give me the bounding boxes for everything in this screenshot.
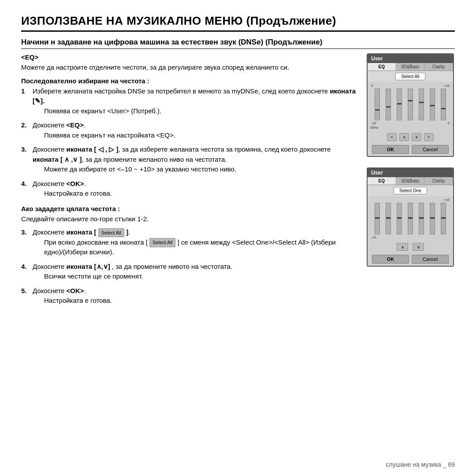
panel2-ok-cancel: OK Cancel [368, 253, 453, 266]
step-4: 4. Докоснете <OK>. Настройката е готова. [21, 179, 358, 201]
panel1-eq-area: 0 +10 [368, 82, 453, 131]
panel1-nav-up[interactable]: ∧ [399, 133, 409, 141]
panel2-select-one-btn[interactable]: Select One [394, 187, 427, 194]
panel1-tab-clarity[interactable]: Clarity [424, 63, 453, 71]
panel2-eq-area: +10 [368, 196, 453, 241]
content-layout: <EQ> Можете да настроите отделните често… [21, 53, 455, 310]
p2-scale-top: +10 [443, 198, 450, 202]
step-p2-5-content: Докоснете <OK>. Настройката е готова. [33, 286, 358, 308]
scale-zero: 0 [448, 121, 450, 125]
steps-part2: 3. Докоснете иконата [ Select All ]. При… [21, 227, 358, 308]
panel1-ok-btn[interactable]: OK [372, 145, 409, 154]
step-1-content: Изберете желаната настройка DNSe за потр… [33, 86, 358, 118]
step-4-content: Докоснете <OK>. Настройката е готова. [33, 179, 358, 201]
all-freq-intro: Следвайте описаните по-горе стъпки 1-2. [21, 214, 358, 224]
p2-scale-bottom: -10 [371, 235, 376, 239]
step-2-content: Докоснете <EQ>. Появява се екранът на на… [33, 120, 358, 142]
select-all-sub-btn: Select All [149, 238, 175, 247]
step-3-content: Докоснете иконата [ ◁ , ▷ ], за да избер… [33, 145, 358, 176]
step-p2-5-text: Докоснете <OK>. [33, 287, 86, 294]
step-p2-3-sub: При всяко докосване на иконата [ Select … [33, 238, 358, 257]
panel2-tab-3dbass[interactable]: 3D&Bass [396, 177, 425, 185]
step-p2-3: 3. Докоснете иконата [ Select All ]. При… [21, 227, 358, 259]
step-1-text: Изберете желаната настройка DNSe за потр… [33, 87, 356, 105]
step-2-text: Докоснете <EQ>. [33, 121, 86, 129]
panel1-tab-eq[interactable]: EQ [368, 63, 396, 71]
panel1-select-all-row: Select All [368, 71, 453, 82]
intro-text: Можете да настроите отделните честоти, з… [21, 63, 358, 73]
step-2-num: 2. [21, 120, 29, 142]
step-p2-4-sub: Всички честоти ще се променят. [33, 271, 358, 282]
select-all-inline-btn: Select All [98, 228, 124, 238]
divider [21, 48, 455, 49]
step-1: 1 Изберете желаната настройка DNSe за по… [21, 86, 358, 118]
scale-top-right: +10 [443, 84, 450, 88]
footer-text: слушане на музика _ 69 [386, 461, 455, 468]
step-p2-3-text: Докоснете иконата [ Select All ]. [33, 228, 130, 236]
panel1-ok-cancel: OK Cancel [368, 143, 453, 156]
step-p2-4-num: 4. [21, 262, 29, 283]
step-p2-5-num: 5. [21, 286, 29, 308]
step-3: 3. Докоснете иконата [ ◁ , ▷ ], за да из… [21, 145, 358, 176]
step-1-num: 1 [21, 86, 29, 118]
step-p2-5-sub: Настройката е готова. [33, 296, 358, 306]
step-p2-4-content: Докоснете иконата [∧,∨] , за да променит… [33, 262, 358, 283]
all-freq-heading: Ако зададете цялата честота : [21, 205, 358, 212]
step-4-text: Докоснете <OK>. [33, 180, 86, 187]
panel1-nav-down[interactable]: ∨ [412, 133, 421, 141]
step-p2-3-content: Докоснете иконата [ Select All ]. При вс… [33, 227, 358, 259]
scale-top: 0 [371, 84, 373, 88]
step-3-text: Докоснете иконата [ ◁ , ▷ ], за да избер… [33, 145, 331, 163]
eq-panel-2: User EQ 3D&Bass Clarity Select One +10 [367, 167, 454, 267]
sub-title: Начини н задаване на цифрова машина за е… [21, 38, 455, 47]
panel2-tab-eq[interactable]: EQ [368, 177, 396, 185]
freq-select-heading: Последователно избиране на честота : [21, 77, 358, 85]
step-3-sub: Можете да избирате от <–10 ~ +10> за ука… [33, 164, 358, 175]
panel2-down-btn[interactable]: ∨ [413, 243, 424, 251]
main-title: ИЗПОЛЗВАНЕ НА МУЗИКАЛНО МЕНЮ (Продължени… [21, 14, 455, 32]
pencil-icon: ✎ [35, 97, 41, 104]
panel2-updown: ∧ ∨ [368, 241, 453, 253]
step-3-num: 3. [21, 145, 29, 176]
steps-part1: 1 Изберете желаната настройка DNSe за по… [21, 86, 358, 201]
step-p2-3-num: 3. [21, 227, 29, 259]
step-2-sub: Появява се екранът на настройката <EQ>. [33, 130, 358, 141]
panel1-tab-3dbass[interactable]: 3D&Bass [396, 63, 425, 71]
step-p2-4: 4. Докоснете иконата [∧,∨] , за да проме… [21, 262, 358, 283]
step-1-sub: Появява се екранът <User> (Потреб.). [33, 106, 358, 116]
right-column: User EQ 3D&Bass Clarity Select All 0 +10 [367, 53, 455, 310]
step-2: 2. Докоснете <EQ>. Появява се екранът на… [21, 120, 358, 142]
panel1-title: User [368, 54, 453, 63]
panel2-title: User [368, 168, 453, 177]
panel1-nav-left[interactable]: < [387, 133, 397, 141]
step-p2-4-text: Докоснете иконата [∧,∨] , за да променит… [33, 263, 232, 270]
eq-panel-1: User EQ 3D&Bass Clarity Select All 0 +10 [367, 53, 454, 157]
left-column: <EQ> Можете да настроите отделните често… [21, 53, 358, 310]
step-4-num: 4. [21, 179, 29, 201]
panel2-tab-clarity[interactable]: Clarity [424, 177, 453, 185]
panel2-ok-btn[interactable]: OK [372, 255, 409, 264]
panel2-tabs: EQ 3D&Bass Clarity [368, 177, 453, 185]
page: ИЗПОЛЗВАНЕ НА МУЗИКАЛНО МЕНЮ (Продължени… [0, 0, 476, 476]
panel1-tabs: EQ 3D&Bass Clarity [368, 63, 453, 71]
panel1-select-all-btn[interactable]: Select All [395, 73, 425, 80]
panel2-up-btn[interactable]: ∧ [397, 243, 408, 251]
panel2-select-row: Select One [368, 185, 453, 196]
scale-bottom: -10 [371, 121, 376, 125]
step-4-sub: Настройката е готова. [33, 189, 358, 199]
panel2-cancel-btn[interactable]: Cancel [412, 255, 449, 264]
panel1-nav: < ∧ ∨ > [368, 131, 453, 143]
eq-label: <EQ> [21, 53, 358, 61]
step-p2-5: 5. Докоснете <OK>. Настройката е готова. [21, 286, 358, 308]
panel1-cancel-btn[interactable]: Cancel [412, 145, 449, 154]
step-1-text2: ]. [41, 97, 45, 104]
freq-label: 60Hz [370, 126, 450, 130]
panel1-nav-right[interactable]: > [424, 133, 434, 141]
